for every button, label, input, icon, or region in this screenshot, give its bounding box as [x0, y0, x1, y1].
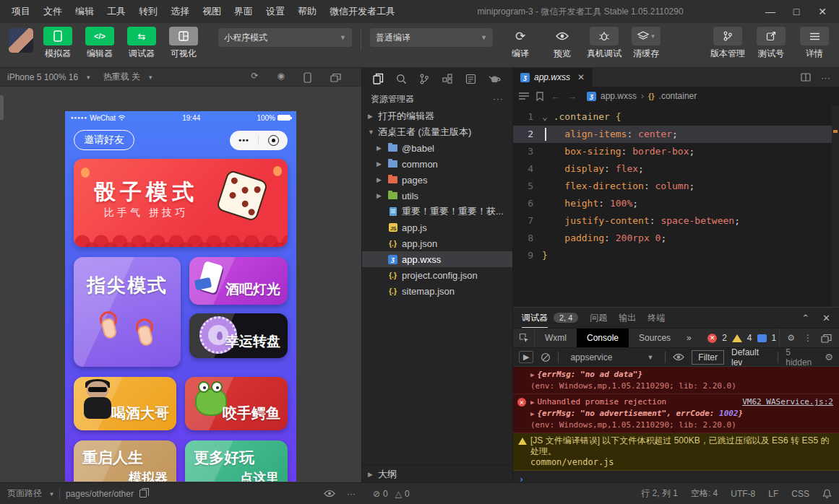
code-line[interactable]: justify-content: space-between;	[542, 212, 839, 230]
code-editor[interactable]: 123456789 ⌄ .container { align-items: ce…	[513, 105, 839, 307]
back-icon[interactable]: ←	[551, 91, 560, 102]
code-line[interactable]: padding: 200rpx 0;	[542, 230, 839, 247]
dice-mode-banner[interactable]: 骰子模式 比手气 拼技巧	[74, 159, 288, 247]
menu-item[interactable]: 界面	[228, 3, 259, 20]
live-expression-eye-icon[interactable]	[673, 353, 684, 361]
detach-window-icon[interactable]	[330, 71, 341, 83]
visualizer-button[interactable]: 可视化	[166, 27, 201, 60]
source-link[interactable]: VM62 WAService.js:2	[742, 396, 833, 407]
version-control-button[interactable]: 版本管理	[710, 27, 745, 60]
details-button[interactable]: 详情	[797, 27, 832, 60]
tree-item[interactable]: JSapp.js	[362, 220, 512, 235]
clear-cache-button[interactable]: ▾ 清缓存	[629, 27, 663, 60]
statusbar-more-icon[interactable]: ···	[347, 489, 356, 499]
tab-problems[interactable]: 问题	[590, 312, 607, 324]
tab-debugger[interactable]: 调试器	[522, 312, 548, 329]
settings-gear-icon[interactable]: ⚙	[787, 333, 795, 343]
code-line[interactable]: flex-direction: column;	[542, 178, 839, 195]
tab-output[interactable]: 输出	[619, 312, 636, 324]
device-selector[interactable]: iPhone 5 100% 16▾	[7, 72, 90, 82]
card-finger-mode[interactable]: 指尖模式	[74, 257, 181, 367]
record-icon[interactable]: ◉	[277, 71, 285, 83]
close-panel-icon[interactable]: ✕	[822, 313, 830, 323]
code-line[interactable]: }	[542, 247, 839, 264]
close-tab-icon[interactable]: ✕	[577, 72, 585, 82]
maximize-button[interactable]: □	[786, 6, 807, 17]
log-level-dropdown[interactable]: Default lev	[731, 347, 770, 368]
menu-item[interactable]: 视图	[197, 3, 227, 20]
more-actions-icon[interactable]: ···	[821, 72, 830, 83]
minimize-target-icon[interactable]	[268, 135, 279, 146]
collapse-panel-icon[interactable]: ⌃	[801, 313, 809, 323]
forward-icon[interactable]: →	[567, 91, 577, 102]
tree-item[interactable]: {.}sitemap.json	[362, 283, 512, 299]
files-icon[interactable]	[373, 73, 384, 84]
info-count-icon[interactable]	[757, 334, 767, 342]
menu-item[interactable]: 设置	[260, 3, 291, 20]
eval-context-icon[interactable]: ▶	[519, 351, 533, 363]
card-restart-life[interactable]: 重启人生 模拟器	[74, 440, 176, 482]
editor-button[interactable]: </> 编辑器	[82, 27, 117, 60]
preview-button[interactable]: 预览	[545, 27, 580, 60]
card-crocodile[interactable]: 咬手鳄鱼	[185, 377, 288, 430]
console-message[interactable]: [JS 文件编译错误] 以下文件体积超过 500KB，已跳过压缩以及 ES6 转…	[513, 433, 839, 471]
close-button[interactable]: ✕	[812, 6, 833, 17]
warning-count-icon[interactable]	[732, 334, 742, 342]
context-selector[interactable]: appservice▼	[566, 352, 658, 363]
tree-item[interactable]: {.}app.json	[362, 235, 512, 251]
tree-item[interactable]: {.}project.config.json	[362, 267, 512, 283]
card-more-fun[interactable]: 更多好玩 点这里	[185, 440, 288, 482]
project-root-row[interactable]: ▼酒桌王者 (流量主版本)	[362, 124, 512, 140]
tab-wxml[interactable]: Wxml	[535, 329, 577, 347]
tree-item[interactable]: ▶utils	[362, 188, 512, 204]
console-settings-gear-icon[interactable]: ⚙	[825, 352, 833, 362]
tree-item[interactable]: ▶common	[362, 156, 512, 172]
open-editors-row[interactable]: ▶打开的编辑器	[362, 108, 512, 124]
element-picker-icon[interactable]	[513, 329, 535, 347]
capsule-menu[interactable]: •••	[230, 131, 288, 150]
git-branch-icon[interactable]	[419, 74, 429, 84]
console-message[interactable]: ▶{errMsg: "no ad data"} (env: Windows,mp…	[513, 367, 839, 394]
breadcrumb-file[interactable]: app.wxss	[601, 91, 637, 101]
tree-item[interactable]: ▶pages	[362, 172, 512, 188]
outline-section[interactable]: ▶大纲	[362, 465, 512, 482]
menu-item[interactable]: 微信开发者工具	[324, 3, 401, 20]
teapot-icon[interactable]	[489, 74, 502, 84]
breadcrumb-symbol[interactable]: .container	[659, 91, 697, 101]
editor-scrollbar[interactable]	[832, 105, 839, 307]
menu-item[interactable]: 转到	[133, 3, 163, 20]
menu-item[interactable]: 文件	[38, 3, 68, 20]
tree-item[interactable]: ʒapp.wxss	[362, 251, 512, 267]
test-account-button[interactable]: 测试号	[754, 27, 788, 60]
tab-sources[interactable]: Sources	[629, 329, 681, 347]
code-line[interactable]: display: flex;	[542, 160, 839, 178]
code-line[interactable]: align-items: center;	[542, 126, 839, 143]
avatar[interactable]	[9, 28, 33, 53]
debugger-button[interactable]: ⇆ 调试器	[124, 27, 159, 60]
compile-mode-dropdown[interactable]: 普通编译 ▼	[370, 28, 493, 47]
problems-indicator[interactable]: ⊘0 △0	[373, 489, 410, 499]
more-dots-icon[interactable]: •••	[238, 136, 249, 144]
card-bar-light[interactable]: 酒吧灯光	[189, 257, 288, 305]
menu-item[interactable]: 编辑	[69, 3, 100, 20]
simulator-button[interactable]: 模拟器	[40, 27, 75, 60]
cursor-position[interactable]: 行 2, 列 1	[641, 487, 678, 500]
tree-item[interactable]: ▶@babel	[362, 140, 512, 156]
eol-type[interactable]: LF	[768, 489, 778, 499]
kebab-menu-icon[interactable]: ⋮	[804, 333, 812, 343]
tab-console[interactable]: Console	[577, 329, 629, 347]
language-mode[interactable]: CSS	[791, 489, 809, 499]
search-icon[interactable]	[396, 74, 407, 84]
more-tabs-icon[interactable]: »	[681, 333, 697, 343]
code-line[interactable]: ⌄ .container {	[542, 108, 839, 126]
code-line[interactable]: box-sizing: border-box;	[542, 143, 839, 160]
undock-icon[interactable]	[821, 334, 832, 343]
menu-item[interactable]: 工具	[101, 3, 132, 20]
page-path-selector[interactable]: 页面路径 ▾	[7, 487, 53, 500]
rotate-icon[interactable]: ⟳	[251, 71, 258, 83]
console-prompt[interactable]: ›	[513, 471, 839, 482]
filter-input[interactable]: Filter	[692, 350, 724, 365]
bookmark-icon[interactable]	[536, 92, 543, 101]
device-frame-icon[interactable]	[304, 71, 311, 83]
code-line[interactable]: height: 100%;	[542, 195, 839, 212]
